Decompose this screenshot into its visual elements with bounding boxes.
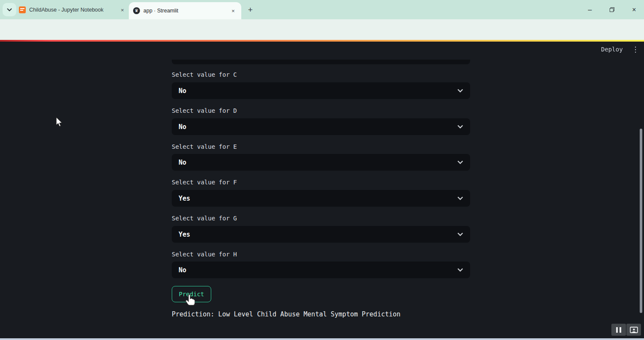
tab-title: ChildAbuse - Jupyter Notebook — [29, 7, 118, 13]
field-label: Select value for C — [172, 71, 470, 78]
field-label: Select value for H — [172, 251, 470, 258]
selectbox-d[interactable]: No — [172, 118, 470, 135]
new-tab-button[interactable]: + — [245, 4, 256, 15]
selected-value: No — [179, 266, 457, 274]
field-label: Select value for E — [172, 143, 470, 150]
field-label: Select value for D — [172, 107, 470, 114]
selected-value: Yes — [179, 195, 457, 202]
pause-icon — [616, 327, 621, 333]
selected-value: No — [179, 123, 457, 131]
chevron-down-icon — [457, 196, 463, 200]
selectbox-c[interactable]: No — [172, 82, 470, 99]
tab-title: app · Streamlit — [143, 8, 229, 14]
close-tab-icon[interactable]: × — [118, 6, 126, 14]
predict-button[interactable]: Predict — [172, 286, 211, 302]
chevron-down-icon — [457, 89, 463, 93]
selected-value: Yes — [179, 231, 457, 238]
browser-toolbar: localhost:8501 ☆ — [0, 19, 644, 40]
field-label: Select value for F — [172, 179, 470, 186]
selected-value: No — [179, 87, 457, 95]
prediction-result-text: Prediction: Low Level Child Abuse Mental… — [172, 310, 401, 318]
person-frame-icon — [630, 327, 638, 333]
selectbox-e[interactable]: No — [172, 154, 470, 171]
tab-search-button[interactable] — [3, 3, 16, 16]
restore-icon — [610, 7, 614, 12]
window-minimize-button[interactable]: – — [580, 0, 600, 19]
field-label: Select value for G — [172, 215, 470, 222]
selected-value: No — [179, 159, 457, 166]
app-menu-icon[interactable]: ⋮ — [631, 45, 640, 55]
selectbox-h[interactable]: No — [172, 262, 470, 278]
tab-streamlit-active[interactable]: ♛ app · Streamlit × — [129, 2, 241, 19]
scrollbar-thumb[interactable] — [640, 129, 642, 313]
select-partial-clipped[interactable] — [172, 60, 470, 64]
recorder-camera-button[interactable] — [626, 324, 641, 336]
tab-bar: ChildAbuse - Jupyter Notebook × ♛ app · … — [0, 0, 644, 19]
tab-jupyter[interactable]: ChildAbuse - Jupyter Notebook × — [19, 3, 126, 17]
close-tab-icon[interactable]: × — [229, 7, 237, 15]
taskbar-edge — [0, 338, 644, 340]
chevron-down-icon — [457, 125, 463, 129]
chevron-down-icon — [7, 8, 12, 12]
window-restore-button[interactable] — [602, 0, 622, 19]
browser-window: ChildAbuse - Jupyter Notebook × ♛ app · … — [0, 0, 644, 340]
chevron-down-icon — [457, 268, 463, 272]
chevron-down-icon — [457, 232, 463, 236]
deploy-button[interactable]: Deploy — [601, 46, 623, 53]
jupyter-favicon-icon — [19, 6, 26, 13]
window-close-button[interactable]: × — [624, 0, 644, 19]
selectbox-f[interactable]: Yes — [172, 190, 470, 207]
selectbox-g[interactable]: Yes — [172, 226, 470, 243]
streamlit-favicon-icon: ♛ — [133, 7, 140, 14]
recorder-pause-button[interactable] — [611, 324, 626, 336]
chevron-down-icon — [457, 160, 463, 164]
